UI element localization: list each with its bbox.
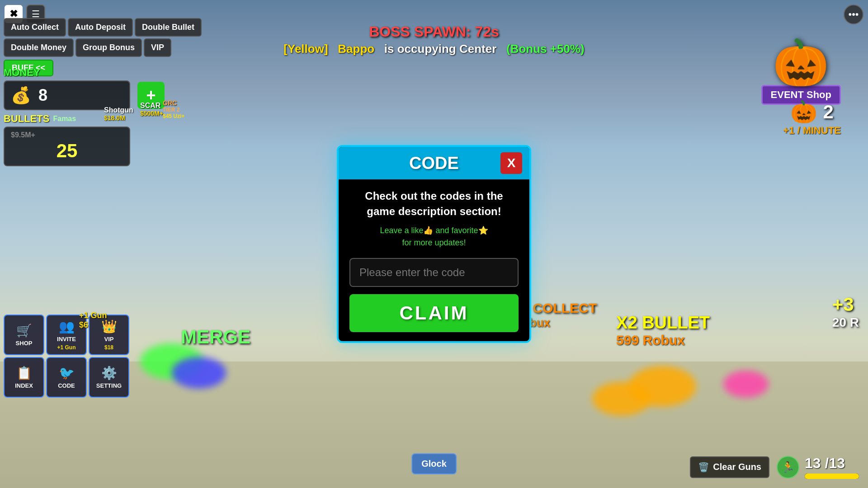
claim-button[interactable]: CLAIM: [349, 294, 519, 332]
modal-header: CODE X: [339, 147, 529, 179]
code-modal: CODE X Check out the codes in the game d…: [337, 145, 531, 343]
modal-body: Check out the codes in the game descript…: [339, 179, 529, 341]
code-input[interactable]: [349, 258, 519, 287]
modal-title: CODE: [368, 154, 500, 173]
modal-close-button[interactable]: X: [500, 152, 522, 174]
modal-sub-text: Leave a like👍 and favorite⭐for more upda…: [349, 225, 519, 249]
modal-overlay: CODE X Check out the codes in the game d…: [0, 0, 868, 488]
modal-description: Check out the codes in the game descript…: [349, 188, 519, 219]
